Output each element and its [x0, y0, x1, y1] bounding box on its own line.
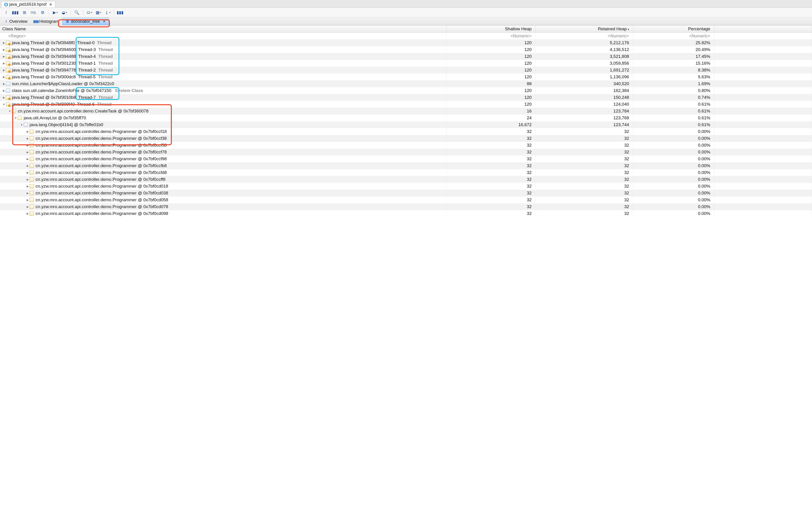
table-row[interactable]: cn.yzw.mro.account.api.controller.demo.P… [0, 142, 812, 149]
table-row[interactable]: cn.yzw.mro.account.api.controller.demo.P… [0, 128, 812, 135]
expand-toggle-icon[interactable] [26, 176, 29, 182]
export-icon[interactable]: ⭳▾ [105, 9, 111, 16]
tab-overview[interactable]: i Overview [1, 18, 31, 25]
expand-toggle-icon[interactable] [2, 101, 5, 107]
row-label: cn.yzw.mro.account.api.controller.demo.P… [35, 211, 168, 216]
close-icon[interactable]: ✕ [49, 2, 52, 7]
column-retained-heap[interactable]: Retained Heap▾ [536, 26, 633, 33]
table-row[interactable]: cn.yzw.mro.account.api.controller.demo.P… [0, 203, 812, 210]
cell-retained-heap: 32 [536, 135, 633, 142]
filter-retained[interactable]: <Numeric> [536, 33, 633, 40]
table-row[interactable]: cn.yzw.mro.account.api.controller.demo.P… [0, 183, 812, 190]
class-icon [6, 89, 10, 93]
tab-dominator-tree[interactable]: ⊞ dominator_tree ✕ [62, 18, 109, 25]
table-row[interactable]: java.lang.Thread @ 0x7bf394778Thread-2 T… [0, 67, 812, 73]
expand-toggle-icon[interactable] [26, 136, 29, 141]
table-row[interactable]: java.lang.Thread @ 0x7bf301230Thread-1 T… [0, 60, 812, 67]
expand-toggle-icon[interactable] [26, 211, 29, 216]
table-row[interactable]: java.lang.Thread @ 0x7bf3010b8Thread-7 T… [0, 94, 812, 101]
expand-toggle-icon[interactable] [26, 156, 29, 162]
oql-icon[interactable]: OQL [31, 9, 36, 16]
table-row[interactable]: cn.yzw.mro.account.api.controller.demo.P… [0, 190, 812, 197]
column-header-row: Class Name Shallow Heap Retained Heap▾ P… [0, 26, 812, 33]
cell-percentage: 0.00% [633, 183, 715, 190]
group-icon[interactable]: 🗂▾ [86, 9, 92, 16]
expand-toggle-icon[interactable] [26, 197, 29, 203]
cell-percentage: 8.38% [633, 67, 715, 73]
table-row[interactable]: cn.yzw.mro.account.api.controller.demo.P… [0, 135, 812, 142]
table-row[interactable]: java.util.ArrayList @ 0x7bf35ff7024123,7… [0, 115, 812, 121]
expand-toggle-icon[interactable] [20, 122, 23, 128]
cell-retained-heap: 32 [536, 162, 633, 169]
expand-toggle-icon[interactable] [2, 47, 5, 53]
expand-toggle-icon[interactable] [2, 67, 5, 73]
row-label: java.lang.Thread @ 0x7bf394778 [12, 67, 76, 73]
table-row[interactable]: class sun.util.calendar.ZoneInfoFile @ 0… [0, 87, 812, 94]
info-icon[interactable]: i [3, 9, 9, 16]
row-label: java.lang.Object[4164] @ 0x7bffe01b0 [30, 122, 103, 128]
row-label: java.util.ArrayList @ 0x7bf35ff70 [24, 115, 86, 121]
cell-shallow-heap: 32 [446, 149, 536, 155]
expand-toggle-icon[interactable] [2, 88, 5, 94]
calc-icon[interactable]: ▦▾ [95, 9, 102, 16]
tab-histogram[interactable]: ▮▮▮ Histogram [31, 18, 62, 25]
filter-percentage[interactable]: <Numeric> [633, 33, 715, 40]
table-row[interactable]: cn.yzw.mro.account.api.controller.demo.P… [0, 149, 812, 155]
cell-retained-heap: 32 [536, 169, 633, 176]
table-row[interactable]: java.lang.Object[4164] @ 0x7bffe01b016,6… [0, 121, 812, 128]
expand-toggle-icon[interactable] [26, 183, 29, 189]
expand-toggle-icon[interactable] [26, 190, 29, 196]
file-tab[interactable]: java_pid16516.hprof ✕ [1, 1, 55, 7]
histogram-icon[interactable]: ▮▮▮ [12, 9, 18, 16]
expand-toggle-icon[interactable] [26, 163, 29, 169]
expand-toggle-icon[interactable] [14, 115, 17, 121]
expand-toggle-icon[interactable] [26, 129, 29, 134]
expand-toggle-icon[interactable] [26, 204, 29, 210]
expand-toggle-icon[interactable] [2, 40, 5, 46]
table-row[interactable]: cn.yzw.mro.account.api.controller.demo.C… [0, 108, 812, 115]
search-icon[interactable]: 🔍 [74, 9, 80, 16]
expand-toggle-icon[interactable] [26, 142, 29, 148]
table-row[interactable]: cn.yzw.mro.account.api.controller.demo.P… [0, 197, 812, 203]
expand-toggle-icon[interactable] [2, 81, 5, 87]
object-icon [6, 54, 10, 59]
close-icon[interactable]: ✕ [103, 19, 106, 24]
expand-toggle-icon[interactable] [2, 94, 5, 100]
tree-icon[interactable]: ⊞ [22, 9, 27, 16]
expand-toggle-icon[interactable] [2, 74, 5, 80]
object-icon [6, 68, 10, 72]
cell-percentage: 15.16% [633, 60, 715, 67]
expand-toggle-icon[interactable] [2, 54, 5, 59]
expand-toggle-icon[interactable] [8, 108, 11, 114]
cell-retained-heap: 123,744 [536, 121, 633, 128]
filter-regex-row[interactable]: <Regex> <Numeric> <Numeric> <Numeric> [0, 33, 812, 40]
table-row[interactable]: java.lang.Thread @ 0x7bf394600Thread-3 T… [0, 46, 812, 53]
run-icon[interactable]: ▶▾ [52, 9, 58, 16]
filter-class-name[interactable]: <Regex> [8, 33, 26, 39]
expand-toggle-icon[interactable] [26, 170, 29, 176]
table-row[interactable]: cn.yzw.mro.account.api.controller.demo.P… [0, 210, 812, 217]
row-label: java.lang.Thread @ 0x7bf394600 [12, 47, 76, 53]
object-icon [30, 143, 34, 147]
gear-icon[interactable]: ⚙ [40, 9, 46, 16]
filter-shallow[interactable]: <Numeric> [446, 33, 536, 40]
expand-toggle-icon[interactable] [26, 149, 29, 155]
column-shallow-heap[interactable]: Shallow Heap [446, 26, 536, 33]
chart-icon[interactable]: ▮▮▮ [117, 9, 123, 16]
table-row[interactable]: java.lang.Thread @ 0x7bf394488Thread-4 T… [0, 53, 812, 60]
table-row[interactable]: cn.yzw.mro.account.api.controller.demo.P… [0, 155, 812, 162]
table-row[interactable]: cn.yzw.mro.account.api.controller.demo.P… [0, 176, 812, 183]
column-percentage[interactable]: Percentage [633, 26, 715, 33]
table-row[interactable]: java.lang.Thread @ 0x7bf300dc8Thread-5 T… [0, 73, 812, 80]
table-row[interactable]: cn.yzw.mro.account.api.controller.demo.P… [0, 162, 812, 169]
column-padding [715, 26, 812, 33]
object-icon [6, 75, 10, 79]
expand-toggle-icon[interactable] [2, 60, 5, 66]
table-row[interactable]: sun.misc.Launcher$AppClassLoader @ 0x7bf… [0, 80, 812, 87]
cell-percentage: 0.00% [633, 176, 715, 183]
db-action-icon[interactable]: ◒▾ [61, 9, 67, 16]
column-class-name[interactable]: Class Name [0, 26, 446, 33]
table-row[interactable]: java.lang.Thread @ 0x7bf3948f0Thread-0 T… [0, 39, 812, 46]
table-row[interactable]: cn.yzw.mro.account.api.controller.demo.P… [0, 169, 812, 176]
table-row[interactable]: java.lang.Thread @ 0x7bf300f40Thread-6 T… [0, 101, 812, 108]
